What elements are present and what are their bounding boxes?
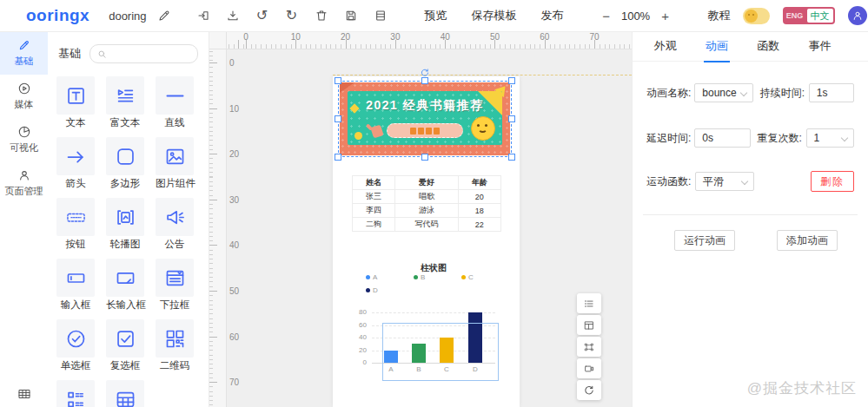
h-ruler-label: 0 bbox=[243, 32, 248, 42]
delay-input[interactable]: 0s bbox=[694, 128, 750, 148]
sidebar-item-2[interactable]: 可视化 bbox=[0, 118, 48, 161]
resize-handle[interactable] bbox=[508, 77, 515, 84]
publish-button[interactable]: 发布 bbox=[529, 8, 576, 23]
tutorial-button[interactable]: 教程 bbox=[696, 8, 743, 23]
resize-handle[interactable] bbox=[421, 77, 428, 84]
sun-icon bbox=[745, 10, 758, 23]
repeat-select[interactable]: 1 bbox=[806, 128, 854, 148]
alignment-guide-line bbox=[333, 75, 632, 75]
save-icon bbox=[344, 9, 358, 23]
language-toggle[interactable]: ENG 中文 bbox=[783, 7, 835, 24]
edit-pen-icon[interactable] bbox=[157, 0, 171, 31]
component-item-12[interactable]: 单选框 bbox=[56, 319, 95, 371]
duration-label: 持续时间: bbox=[760, 86, 802, 101]
component-item-0[interactable]: 文本 bbox=[56, 76, 95, 128]
layout-tool-button[interactable] bbox=[577, 315, 601, 335]
delete-animation-button[interactable]: 删除 bbox=[811, 171, 854, 192]
duration-input[interactable]: 1s bbox=[809, 83, 854, 102]
resize-handle[interactable] bbox=[335, 154, 341, 161]
import-button[interactable] bbox=[189, 0, 218, 31]
qrcode-icon bbox=[163, 327, 187, 351]
table-element[interactable]: 姓名爱好年龄张三唱歌20李四游泳18二狗写代码22 bbox=[352, 175, 501, 232]
sidebar-item-1[interactable]: 媒体 bbox=[0, 75, 48, 118]
easing-select[interactable]: 平滑 bbox=[695, 172, 754, 191]
search-input[interactable] bbox=[89, 44, 198, 63]
save-button[interactable] bbox=[336, 0, 366, 31]
component-item-14[interactable]: 二维码 bbox=[156, 319, 194, 371]
template-icon bbox=[374, 9, 388, 23]
sidebar-item-3[interactable]: 页面管理 bbox=[0, 161, 48, 205]
shortcuts-grid-icon[interactable] bbox=[17, 386, 32, 402]
save-template-button[interactable]: 保存模板 bbox=[460, 8, 529, 23]
component-item-9[interactable]: 输入框 bbox=[56, 259, 95, 311]
resize-handle[interactable] bbox=[421, 154, 428, 161]
chart-bar-B bbox=[412, 344, 426, 363]
resize-handle[interactable] bbox=[508, 115, 515, 122]
transform-icon bbox=[583, 341, 595, 353]
user-avatar[interactable] bbox=[848, 6, 867, 25]
block-tool-button[interactable] bbox=[577, 358, 601, 378]
component-item-11[interactable]: 下拉框 bbox=[156, 259, 194, 311]
layers-tool-button[interactable] bbox=[577, 293, 601, 313]
component-item-7[interactable]: 轮播图 bbox=[106, 198, 144, 250]
component-item-6[interactable]: 按钮 bbox=[56, 198, 95, 250]
component-item-1[interactable]: 富文本 bbox=[106, 76, 144, 128]
delete-button[interactable] bbox=[307, 0, 336, 31]
sidebar-item-0[interactable]: 基础 bbox=[0, 31, 48, 75]
y-axis-label: 20 bbox=[352, 346, 368, 354]
anim-name-select[interactable]: bounce bbox=[694, 83, 752, 102]
zoom-out-button[interactable]: − bbox=[599, 9, 614, 23]
redo-button[interactable]: ↻ bbox=[277, 0, 307, 31]
chart-title: 柱状图 bbox=[372, 262, 495, 274]
radio-icon bbox=[64, 327, 88, 351]
list2-icon bbox=[64, 388, 88, 407]
table-header-cell: 姓名 bbox=[353, 176, 395, 190]
x-axis-label: B bbox=[410, 365, 427, 373]
sidebar-item-label: 基础 bbox=[15, 55, 34, 68]
bar-chart-element[interactable]: 柱状图 ABCD 020406080 ABCD bbox=[352, 260, 501, 382]
v-ruler-label: 20 bbox=[229, 149, 239, 159]
banner-element[interactable]: 2021 经典书籍推荐 bbox=[338, 81, 512, 157]
component-item-8[interactable]: 公告 bbox=[156, 198, 194, 250]
resize-handle[interactable] bbox=[335, 115, 341, 122]
tab-3[interactable]: 事件 bbox=[794, 31, 845, 61]
download-button[interactable] bbox=[218, 0, 248, 31]
undo-button[interactable]: ↺ bbox=[248, 0, 277, 31]
theme-toggle[interactable] bbox=[743, 8, 770, 24]
h-ruler-label: 70 bbox=[590, 32, 600, 42]
component-item-3[interactable]: 箭头 bbox=[56, 137, 95, 189]
line-icon bbox=[163, 84, 187, 108]
component-label: 单选框 bbox=[56, 359, 95, 371]
preview-button[interactable]: 预览 bbox=[413, 8, 460, 23]
zoom-in-button[interactable]: + bbox=[658, 9, 673, 23]
legend-item-C: C bbox=[461, 273, 474, 281]
lang-zh-segment[interactable]: 中文 bbox=[807, 9, 833, 23]
component-item-15[interactable] bbox=[56, 380, 95, 407]
arrow-icon bbox=[64, 145, 88, 168]
tab-0[interactable]: 外观 bbox=[639, 31, 691, 61]
component-item-13[interactable]: 复选框 bbox=[106, 319, 144, 371]
run-animation-button[interactable]: 运行动画 bbox=[674, 230, 735, 251]
component-item-4[interactable]: 多边形 bbox=[106, 137, 144, 189]
tab-label: 动画 bbox=[704, 31, 730, 62]
component-item-5[interactable]: 图片组件 bbox=[156, 137, 194, 189]
refresh-tool-button[interactable] bbox=[577, 380, 601, 400]
tab-2[interactable]: 函数 bbox=[743, 31, 794, 61]
resize-handle[interactable] bbox=[508, 154, 515, 161]
layers-icon bbox=[583, 298, 595, 310]
animation-name-row: 动画名称: bounce 持续时间: 1s bbox=[646, 83, 854, 102]
banner-title: 2021 经典书籍推荐 bbox=[348, 98, 502, 114]
lang-eng-segment[interactable]: ENG bbox=[783, 11, 807, 20]
transform-tool-button[interactable] bbox=[577, 337, 601, 357]
v-ruler-label: 60 bbox=[229, 332, 239, 342]
redo-icon: ↻ bbox=[285, 9, 299, 23]
add-animation-button[interactable]: 添加动画 bbox=[777, 230, 838, 251]
template-button[interactable] bbox=[366, 0, 395, 31]
tab-1[interactable]: 动画 bbox=[691, 31, 742, 61]
resize-handle[interactable] bbox=[335, 77, 341, 84]
checkbox-icon bbox=[114, 327, 137, 351]
sidebar-item-label: 可视化 bbox=[10, 141, 38, 154]
component-item-2[interactable]: 直线 bbox=[156, 76, 194, 128]
component-item-16[interactable] bbox=[106, 380, 144, 407]
component-item-10[interactable]: 长输入框 bbox=[106, 259, 144, 311]
